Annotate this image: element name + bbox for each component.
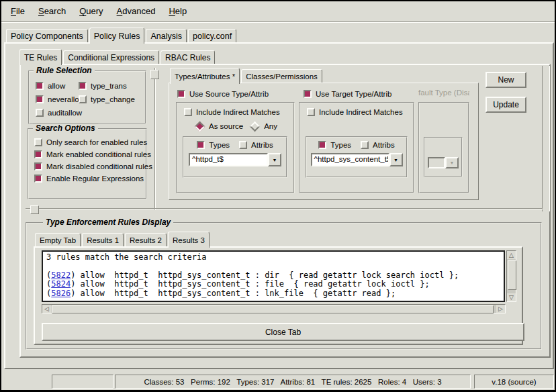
search-options-group: Search Options Only search for enabled r… [28,128,147,199]
new-button[interactable]: New [485,72,526,88]
menu-file[interactable]: File [4,3,32,19]
tab-te-rules[interactable]: TE Rules [19,49,62,65]
te-rules-display-group: Type Enforcement Rules Display Empty Tab… [26,222,542,350]
checkbox-use-target-type[interactable]: Use Target Type/Attrib [304,90,391,98]
scroll-right-icon: ▷ [498,305,503,312]
rule-text: ) allow httpd_t httpd_sys_content_t : fi… [71,279,430,289]
apol-window: File Search Query Advanced Help Policy C… [0,0,556,392]
combobox-arrow-button[interactable]: ▼ [389,153,403,166]
tab-types-attributes[interactable]: Types/Attributes * [170,68,240,84]
combobox-arrow-button[interactable]: ▼ [268,153,281,166]
result-rule-row: (5826) allow httpd_t httpd_sys_content_t… [46,289,500,299]
tab-label: Results 2 [130,236,162,244]
checkbox-neverallow[interactable]: neverallow [36,95,79,103]
results-horizontal-scrollbar[interactable]: ◁ ▷ [42,304,506,313]
rule-id-link[interactable]: 5824 [51,279,71,289]
checkbox-label: Use Source Type/Attrib [189,90,269,98]
menubar-separator [1,21,555,23]
checkbox-use-source-type[interactable]: Use Source Type/Attrib [177,90,269,98]
scroll-down-button[interactable]: ▽ [507,293,516,301]
tab-policy-conf[interactable]: policy.conf [188,29,236,42]
checkbox-type-trans[interactable]: type_trans [79,82,144,90]
tab-label: RBAC Rules [165,53,210,62]
target-types-panel: Types Attribs ^httpd_sys_content_t$ ▼ [306,136,408,178]
tab-label: policy.conf [193,32,232,41]
source-panel: Include Indirect Matches As source Any [176,102,295,193]
checkbox-allow[interactable]: allow [36,82,79,90]
checkbox-source-attribs[interactable]: Attribs [239,141,273,149]
menu-advanced[interactable]: Advanced [110,3,163,19]
checkbox-label: Include Indirect Matches [319,108,403,116]
menu-query[interactable]: Query [73,3,109,19]
button-label: Close Tab [265,328,301,337]
update-button[interactable]: Update [485,97,526,113]
results-vertical-scrollbar[interactable]: △ ▽ [506,250,516,302]
checkbox-mark-disabled-conditional[interactable]: Mark disabled conditional rules [34,162,146,170]
checkbox-type-change[interactable]: type_change [79,95,144,103]
tab-results-1[interactable]: Results 1 [82,233,124,246]
main-content-frame: TE Rules Conditional Expressions RBAC Ru… [4,42,554,369]
tab-results-2[interactable]: Results 2 [125,233,167,246]
menu-help[interactable]: Help [162,3,193,19]
rule-id-link[interactable]: 5822 [51,271,71,280]
tab-rbac-rules[interactable]: RBAC Rules [160,50,215,64]
group-title: Rule Selection [34,66,95,75]
results-textarea[interactable]: 3 rules match the search criteria (5822)… [42,250,505,302]
tab-results-3[interactable]: Results 3 [168,232,210,248]
checkbox-source-indirect[interactable]: Include Indirect Matches [184,108,280,116]
default-type-inner-panel: ▼ [424,137,463,177]
scroll-up-button[interactable]: △ [507,251,516,259]
checkbox-label: Use Target Type/Attrib [316,90,391,98]
tab-empty-tab[interactable]: Empty Tab [35,233,81,246]
checkbox-target-attribs[interactable]: Attribs [361,141,395,149]
checkbox-target-indirect[interactable]: Include Indirect Matches [307,108,403,116]
pane-sash-vertical-handle[interactable] [150,70,159,79]
tab-analysis[interactable]: Analysis [146,29,187,42]
checkbox-mark-enabled-conditional[interactable]: Mark enabled conditional rules [34,150,146,158]
scroll-down-icon: ▽ [509,294,514,301]
checkbox-indicator [239,141,247,149]
checkbox-indicator [307,108,315,116]
checkbox-indicator [184,108,192,116]
tab-policy-components[interactable]: Policy Components [6,29,88,42]
pane-sash-vertical [154,68,156,210]
default-type-label: fault Type (Disa [418,89,469,97]
vertical-scroll-strip[interactable] [542,66,550,211]
checkbox-label: Attribs [251,141,273,149]
tab-label: Policy Rules [94,32,140,41]
combobox-value[interactable]: ^httpd_t$ [189,153,268,166]
default-type-panel: ▼ [418,102,469,193]
tab-policy-rules[interactable]: Policy Rules [89,28,145,44]
checkbox-label: Enable Regular Expressions [46,175,144,183]
source-type-combobox[interactable]: ^httpd_t$ ▼ [189,153,281,166]
target-type-combobox[interactable]: ^httpd_sys_content_t$ ▼ [311,153,403,166]
scroll-left-button[interactable]: ◁ [42,305,51,313]
tab-conditional-expressions[interactable]: Conditional Expressions [63,50,159,64]
checkbox-indicator [177,90,185,98]
scroll-right-button[interactable]: ▷ [496,305,505,313]
button-label: Update [493,100,519,109]
checkbox-auditallow[interactable]: auditallow [36,109,79,117]
checkbox-target-types[interactable]: Types [318,141,351,149]
pane-sash-horizontal-handle[interactable] [30,205,39,214]
result-rule-row: (5824) allow httpd_t httpd_sys_content_t… [46,280,500,289]
menu-search[interactable]: Search [32,3,73,19]
checkbox-indicator [36,95,44,103]
close-tab-button[interactable]: Close Tab [42,323,524,341]
scrollbar-thumb[interactable] [508,260,516,290]
checkbox-source-types[interactable]: Types [197,141,230,149]
rule-id-link[interactable]: 5826 [51,289,71,298]
checkbox-indicator [34,162,42,170]
combobox-value[interactable]: ^httpd_sys_content_t$ [311,153,389,166]
combobox-arrow-button: ▼ [445,157,459,168]
checkbox-label: allow [48,82,65,90]
default-type-combobox: ▼ [428,157,459,168]
tab-label: Analysis [150,32,182,41]
result-rule-row: (5822) allow httpd_t httpd_sys_content_t… [46,271,500,281]
checkbox-only-enabled-rules[interactable]: Only search for enabled rules [34,138,146,146]
scrollbar-thumb[interactable] [52,305,494,313]
radio-as-source[interactable]: As source [195,122,243,130]
checkbox-enable-regex[interactable]: Enable Regular Expressions [34,175,146,183]
radio-any[interactable]: Any [250,122,277,130]
tab-classes-permissions[interactable]: Classes/Permissions [241,69,322,83]
